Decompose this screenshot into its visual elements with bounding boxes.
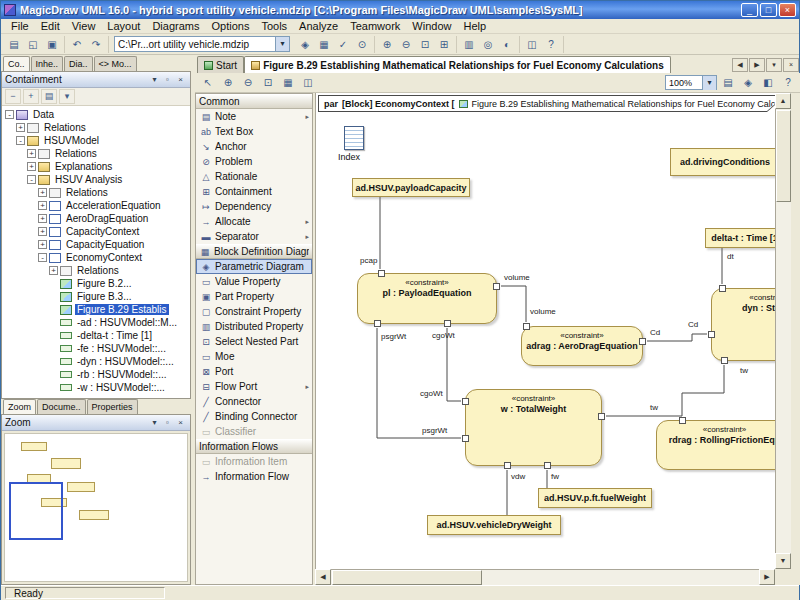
palette-header-block-definition-diagram[interactable]: ▦Block Definition Diagram — [196, 244, 312, 259]
tree-item-relations[interactable]: +Relations — [2, 121, 190, 134]
item-dropdown-icon[interactable]: ▸ — [305, 218, 309, 226]
parameter-pin[interactable] — [721, 357, 728, 364]
tree-item-ad-hsuvmodel-m[interactable]: -ad : HSUVModel::M... — [2, 316, 190, 329]
tree-item-data[interactable]: -Data — [2, 108, 190, 121]
zoom-out-icon[interactable]: ⊖ — [397, 36, 415, 53]
close-tab-icon[interactable]: × — [783, 58, 799, 72]
tree-item-capacityequation[interactable]: +CapacityEquation — [2, 238, 190, 251]
menu-analyze[interactable]: Analyze — [293, 20, 344, 32]
left-tab-mo[interactable]: <> Mo... — [94, 56, 137, 71]
palette-item-connector[interactable]: ╱Connector — [196, 394, 312, 409]
close-button[interactable]: × — [779, 3, 796, 17]
value-node-payload-capacity[interactable]: ad.HSUV.payloadCapacity — [352, 178, 470, 197]
panel-menu-icon[interactable]: ▾ — [148, 417, 161, 429]
grid-icon[interactable]: ▦ — [279, 74, 297, 91]
pin-icon[interactable]: ▫ — [161, 417, 174, 429]
maximize-button[interactable]: □ — [760, 3, 777, 17]
value-node-driving-conditions[interactable]: ad.drivingConditions — [670, 148, 775, 176]
menu-help[interactable]: Help — [457, 20, 492, 32]
constraint-node-dyn[interactable]: «constraint»dyn : Straight — [711, 288, 775, 361]
menu-file[interactable]: File — [5, 20, 35, 32]
tab-list-icon[interactable]: ▾ — [766, 58, 782, 72]
tree-item-relations[interactable]: +Relations — [2, 186, 190, 199]
palette-item-information-flow[interactable]: →Information Flow — [196, 469, 312, 484]
palette-item-containment[interactable]: ⊞Containment — [196, 184, 312, 199]
menu-diagrams[interactable]: Diagrams — [146, 20, 205, 32]
diagram-canvas[interactable]: par [Block] EconomyContext [ Figure B.29… — [315, 93, 775, 569]
grid-icon[interactable]: ⊞ — [435, 36, 453, 53]
open-project-icon[interactable]: ◱ — [24, 36, 42, 53]
left-tab-co[interactable]: Co.. — [3, 56, 30, 71]
bottom-tab-properties[interactable]: Properties — [87, 399, 138, 414]
menu-edit[interactable]: Edit — [35, 20, 66, 32]
constraint-node-pl[interactable]: «constraint»pl : PayloadEquation — [357, 273, 497, 324]
horizontal-scroll-thumb[interactable] — [332, 570, 482, 585]
palette-item-note[interactable]: ▤Note▸ — [196, 109, 312, 124]
palette-header-parametric-diagram[interactable]: ◈Parametric Diagram — [196, 259, 312, 274]
undo-icon[interactable]: ↶ — [68, 36, 86, 53]
palette-header-common[interactable]: Common — [196, 94, 312, 109]
preview-viewport-rect[interactable] — [9, 482, 63, 540]
item-dropdown-icon[interactable]: ▸ — [305, 233, 309, 241]
diagram-info-icon[interactable]: ◫ — [299, 74, 317, 91]
show-hide-icon[interactable]: ◧ — [759, 74, 777, 91]
left-tab-inhe[interactable]: Inhe.. — [31, 56, 64, 71]
tree-item-relations[interactable]: +Relations — [2, 264, 190, 277]
value-node-vehicle-dry-weight[interactable]: ad.HSUV.vehicleDryWeight — [427, 515, 561, 535]
expand-icon[interactable]: + — [27, 162, 36, 171]
bottom-tab-zoom[interactable]: Zoom — [3, 399, 36, 414]
environment-options-icon[interactable]: ◐ — [498, 36, 516, 53]
help-icon[interactable]: ? — [542, 36, 560, 53]
palette-item-rationale[interactable]: △Rationale — [196, 169, 312, 184]
tree-options-icon[interactable]: ▾ — [59, 89, 75, 104]
palette-item-binding-connector[interactable]: ╱Binding Connector — [196, 409, 312, 424]
tree-item-w-hsuvmodel[interactable]: -w : HSUVModel::... — [2, 381, 190, 394]
menu-view[interactable]: View — [66, 20, 102, 32]
parameter-pin[interactable] — [598, 413, 605, 420]
tree-item-economycontext[interactable]: -EconomyContext — [2, 251, 190, 264]
parameter-pin[interactable] — [544, 462, 551, 469]
expand-icon[interactable]: + — [38, 188, 47, 197]
parameter-pin[interactable] — [708, 331, 715, 338]
save-project-icon[interactable]: ▣ — [43, 36, 61, 53]
tree-item-capacitycontext[interactable]: +CapacityContext — [2, 225, 190, 238]
pin-icon[interactable]: ▫ — [161, 74, 174, 86]
palette-item-value-property[interactable]: ▭Value Property — [196, 274, 312, 289]
scroll-tabs-left-icon[interactable]: ◀ — [732, 58, 748, 72]
value-node-delta-t[interactable]: delta-t : Time [1] — [705, 228, 775, 248]
palette-item-allocate[interactable]: →Allocate▸ — [196, 214, 312, 229]
tw-b-connector[interactable] — [682, 365, 724, 416]
tree-item-figure-b-29-establis[interactable]: Figure B.29 Establis — [2, 303, 190, 316]
vertical-scroll-thumb[interactable] — [776, 110, 791, 202]
tree-item-hsuvmodel[interactable]: -HSUVModel — [2, 134, 190, 147]
parameter-pin[interactable] — [493, 283, 500, 290]
parameter-pin[interactable] — [719, 285, 726, 292]
combo-dropdown-icon[interactable]: ▾ — [275, 37, 289, 51]
palette-item-flow-port[interactable]: ⊟Flow Port▸ — [196, 379, 312, 394]
horizontal-scrollbar[interactable]: ◀ ▶ — [315, 569, 775, 585]
tree-item-dyn-hsuvmodel[interactable]: -dyn : HSUVModel::... — [2, 355, 190, 368]
zoom-out-icon[interactable]: ⊖ — [239, 74, 257, 91]
parameter-pin[interactable] — [504, 462, 511, 469]
selection-tool-icon[interactable]: ↖ — [199, 74, 217, 91]
redo-icon[interactable]: ↷ — [87, 36, 105, 53]
collapse-all-icon[interactable]: − — [5, 89, 21, 104]
menu-window[interactable]: Window — [406, 20, 457, 32]
bottom-tab-docume[interactable]: Docume.. — [37, 399, 86, 414]
palette-item-separator[interactable]: ▬Separator▸ — [196, 229, 312, 244]
context-help-icon[interactable]: ? — [779, 74, 797, 91]
expand-icon[interactable]: + — [38, 214, 47, 223]
tree-item-hsuv-analysis[interactable]: -HSUV Analysis — [2, 173, 190, 186]
parameter-pin[interactable] — [679, 417, 686, 424]
scroll-down-icon[interactable]: ▼ — [775, 553, 791, 569]
new-project-icon[interactable]: ▤ — [5, 36, 23, 53]
check-model-icon[interactable]: ⊙ — [353, 36, 371, 53]
collapse-icon[interactable]: - — [5, 110, 14, 119]
parameter-pin[interactable] — [444, 320, 451, 327]
zoom-dropdown-icon[interactable]: ▾ — [702, 76, 716, 90]
psgrwt-connector[interactable] — [377, 328, 461, 438]
collapse-icon[interactable]: - — [16, 136, 25, 145]
scroll-right-icon[interactable]: ▶ — [759, 569, 775, 585]
scroll-up-icon[interactable]: ▲ — [775, 93, 791, 109]
parameter-pin[interactable] — [374, 320, 381, 327]
